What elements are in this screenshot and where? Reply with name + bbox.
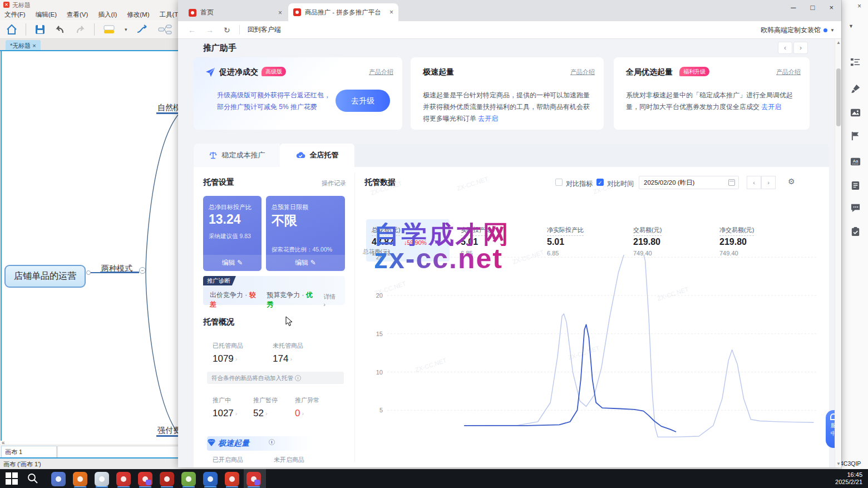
close-button[interactable]: × bbox=[829, 3, 834, 12]
tab-close-icon[interactable]: × bbox=[278, 9, 282, 17]
stat-value[interactable]: 0› bbox=[295, 408, 319, 419]
taskbar-app-pinduoduo-promoter[interactable] bbox=[138, 472, 152, 486]
stat-value[interactable]: 1079› bbox=[213, 353, 243, 364]
metric-value: 43.87 bbox=[372, 237, 394, 247]
doc-tab-untitled[interactable]: *无标题 × bbox=[6, 40, 41, 51]
comment-icon[interactable] bbox=[850, 203, 861, 213]
open-link[interactable]: 去开启 bbox=[478, 115, 498, 122]
undo-icon[interactable] bbox=[54, 23, 66, 36]
carousel-next-button[interactable]: › bbox=[793, 42, 808, 54]
taskbar-app-pinduoduo-promoter-active[interactable] bbox=[246, 472, 261, 486]
cloud-check-icon bbox=[296, 151, 305, 160]
stat-value[interactable]: 174› bbox=[273, 353, 303, 364]
mindmap-branch-top[interactable]: 自然模 bbox=[157, 103, 181, 113]
doc-tab-close-icon[interactable]: × bbox=[32, 42, 36, 49]
tab-label: 稳定成本推广 bbox=[222, 150, 265, 160]
tab-full-store[interactable]: 全店托管 bbox=[280, 144, 354, 167]
operation-log-link[interactable]: 操作记录 bbox=[322, 179, 346, 188]
taskbar-app-calculator[interactable] bbox=[51, 472, 66, 486]
topic-shape-icon[interactable] bbox=[102, 23, 117, 36]
product-intro-link[interactable]: 产品介绍 bbox=[570, 68, 595, 76]
spend-line-chart[interactable]: 30252015105 bbox=[362, 255, 835, 444]
open-link[interactable]: 去开启 bbox=[761, 103, 781, 111]
mindmap-branch-bottom[interactable]: 强付费 bbox=[157, 426, 181, 436]
upgrade-button[interactable]: 去升级 bbox=[336, 90, 390, 112]
tab-close-icon[interactable]: × bbox=[389, 8, 393, 16]
maximize-button[interactable]: □ bbox=[811, 3, 815, 12]
taskbar-app-blue-app[interactable] bbox=[203, 472, 218, 486]
image-icon[interactable] bbox=[850, 107, 861, 118]
taskbar-app-notepad[interactable] bbox=[95, 472, 109, 486]
home-icon[interactable] bbox=[6, 23, 18, 36]
topic-shape-caret-icon[interactable]: ▾ bbox=[125, 27, 127, 32]
stat-value[interactable]: 1027› bbox=[213, 408, 238, 419]
taskbar-app-green-app[interactable] bbox=[181, 472, 196, 486]
node-structure-icon[interactable] bbox=[157, 23, 172, 36]
back-to-client-link[interactable]: 回到客户端 bbox=[239, 25, 281, 34]
font-style-icon[interactable]: Aa bbox=[850, 156, 861, 167]
task-clipboard-icon[interactable] bbox=[850, 226, 861, 237]
taskbar-app-oracle[interactable] bbox=[160, 472, 174, 486]
taskbar-app-xmind[interactable] bbox=[225, 472, 239, 486]
save-icon[interactable] bbox=[34, 23, 46, 36]
search-icon[interactable] bbox=[27, 472, 39, 485]
benefit-upgrade-badge: 福利升级 bbox=[679, 67, 709, 76]
menu-view[interactable]: 查看(V) bbox=[67, 11, 88, 19]
canvas-tab-1[interactable]: 画布 1 bbox=[1, 446, 57, 458]
edit-button[interactable]: 编辑 ✎ bbox=[266, 255, 345, 271]
date-next-button[interactable]: › bbox=[761, 176, 776, 189]
browser-tab-promotion[interactable]: 商品推广 - 拼多多推广平台 × bbox=[288, 3, 398, 21]
xmind-app-icon: ✕ bbox=[3, 2, 9, 8]
menu-insert[interactable]: 插入(I) bbox=[98, 11, 117, 19]
compare-metric-checkbox[interactable] bbox=[555, 179, 563, 186]
taskbar-app-pinduoduo-merchant[interactable] bbox=[116, 472, 131, 486]
taskbar-app-orange-tool[interactable] bbox=[73, 472, 87, 486]
product-intro-link[interactable]: 产品介绍 bbox=[369, 68, 393, 76]
taskbar-clock[interactable]: 16:45 2025/2/21 bbox=[835, 471, 862, 486]
pinduoduo-favicon bbox=[293, 8, 301, 16]
scroll-up-icon[interactable]: ▲ bbox=[835, 40, 842, 45]
canvas-tab-collapse-icon[interactable]: « bbox=[2, 440, 5, 446]
product-intro-link[interactable]: 产品介绍 bbox=[776, 68, 801, 76]
info-icon[interactable]: i bbox=[269, 439, 275, 445]
date-prev-button[interactable]: ‹ bbox=[747, 176, 761, 189]
scroll-down-icon[interactable]: ▼ bbox=[835, 461, 842, 466]
panel-close-icon[interactable]: × bbox=[857, 2, 861, 10]
reload-button[interactable]: ↻ bbox=[224, 26, 230, 34]
marker-flag-icon[interactable] bbox=[850, 131, 861, 141]
redo-icon[interactable] bbox=[74, 23, 86, 36]
carousel-prev-button[interactable]: ‹ bbox=[778, 42, 792, 54]
notes-icon[interactable] bbox=[850, 180, 861, 191]
tab-stable-cost[interactable]: 稳定成本推广 bbox=[194, 144, 280, 167]
app-glyph bbox=[121, 476, 126, 482]
menu-file[interactable]: 文件(F) bbox=[4, 11, 26, 19]
start-button[interactable] bbox=[6, 472, 18, 485]
back-button[interactable]: ← bbox=[188, 26, 196, 34]
gear-icon[interactable]: ⚙ bbox=[788, 177, 795, 186]
page-scrollbar[interactable]: ▲ ▼ bbox=[835, 39, 841, 467]
forward-button[interactable]: → bbox=[206, 26, 214, 34]
stat-value[interactable]: 52› bbox=[253, 408, 278, 419]
customer-service-button[interactable]: 服 中 bbox=[826, 410, 835, 448]
edit-button[interactable]: 编辑 ✎ bbox=[203, 255, 262, 271]
menu-tools[interactable]: 工具(T) bbox=[159, 11, 180, 19]
mindmap-root-topic[interactable]: 店铺单品的运营 bbox=[4, 265, 86, 288]
info-icon[interactable]: i bbox=[295, 375, 301, 381]
minimize-button[interactable]: ─ bbox=[791, 3, 796, 12]
rocket-icon bbox=[205, 67, 216, 78]
compare-time-checkbox[interactable]: ✓ bbox=[596, 179, 604, 186]
scrollbar-thumb[interactable] bbox=[836, 68, 841, 126]
mindmap-connector-dot[interactable] bbox=[86, 270, 91, 275]
panel-caret-icon[interactable]: ▼ bbox=[849, 23, 854, 29]
boost-enabled-label: 已开启商品 bbox=[213, 456, 243, 464]
browser-tab-home[interactable]: 首页 × bbox=[184, 4, 287, 21]
compare-time-label: 对比时间 bbox=[607, 179, 634, 189]
relationship-icon[interactable] bbox=[135, 23, 150, 36]
diagnosis-detail-link[interactable]: 详情 › bbox=[323, 293, 338, 308]
menu-modify[interactable]: 修改(M) bbox=[127, 11, 149, 19]
shop-account[interactable]: 欧韩高端定制女装馆 ▼ bbox=[761, 26, 835, 35]
outline-structure-icon[interactable] bbox=[850, 57, 861, 68]
menu-edit[interactable]: 编辑(E) bbox=[36, 11, 57, 19]
paintbrush-icon[interactable] bbox=[850, 83, 861, 94]
date-picker[interactable]: 2025/02/20 (昨日) bbox=[639, 176, 739, 189]
